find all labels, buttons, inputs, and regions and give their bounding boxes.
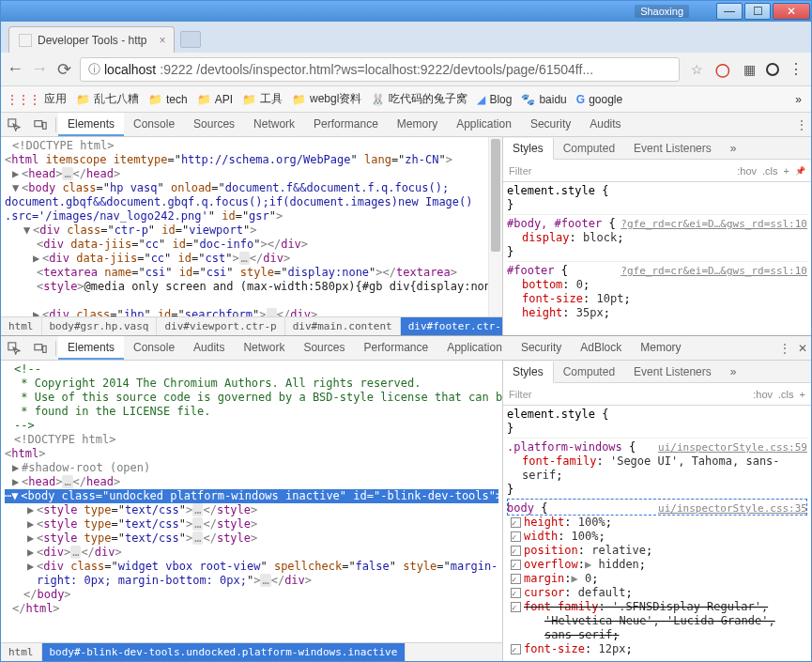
cls-toggle[interactable]: .cls: [778, 389, 794, 400]
tab-sources[interactable]: Sources: [294, 336, 354, 360]
devtools-menu-icon[interactable]: ⋮: [779, 342, 790, 355]
tab-console[interactable]: Console: [124, 336, 184, 360]
elements-tree-top[interactable]: <!DOCTYPE html> <html itemscope itemtype…: [1, 137, 502, 316]
expand-icon[interactable]: ▶: [27, 531, 37, 546]
tab-performance[interactable]: Performance: [354, 336, 437, 360]
crumb-active[interactable]: div#footer.ctr-p: [401, 317, 502, 335]
extension-icon-3[interactable]: [766, 63, 779, 76]
chrome-menu-button[interactable]: ⋮: [787, 60, 805, 79]
bookmarks-overflow-icon[interactable]: »: [795, 93, 805, 106]
tab-audits[interactable]: Audits: [580, 113, 630, 136]
property-checkbox[interactable]: [511, 546, 521, 556]
filter-input[interactable]: Filter: [509, 389, 531, 400]
omnibox[interactable]: ⓘ localhost:9222/devtools/inspector.html…: [80, 57, 680, 82]
tab-memory[interactable]: Memory: [388, 113, 447, 136]
device-toolbar-button[interactable]: [27, 118, 54, 131]
hov-toggle[interactable]: :hov: [753, 389, 773, 400]
expand-icon[interactable]: ▶: [27, 560, 37, 574]
sidetab-listeners[interactable]: Event Listeners: [624, 361, 721, 382]
elements-tree-bottom[interactable]: <!-- * Copyright 2014 The Chromium Autho…: [1, 361, 502, 642]
expand-icon[interactable]: ▶: [12, 461, 22, 475]
pin-icon[interactable]: 📌: [795, 166, 805, 176]
reload-button[interactable]: ⟳: [55, 59, 72, 80]
crumb-active[interactable]: body#-blink-dev-tools.undocked.platform-…: [42, 643, 406, 661]
tab-security[interactable]: Security: [521, 113, 580, 136]
sidetab-computed[interactable]: Computed: [554, 361, 624, 382]
devtools-menu-icon[interactable]: ⋮: [796, 118, 807, 131]
sidetab-listeners[interactable]: Event Listeners: [624, 137, 721, 159]
filter-input[interactable]: Filter: [509, 165, 531, 177]
scrollbar[interactable]: [488, 137, 502, 316]
expand-icon[interactable]: ▶: [12, 475, 22, 489]
property-checkbox[interactable]: [511, 531, 521, 542]
tab-memory[interactable]: Memory: [631, 336, 690, 360]
tab-elements[interactable]: Elements: [58, 336, 124, 360]
bookmark-folder[interactable]: 📁API: [197, 93, 233, 106]
bookmark-star-icon[interactable]: ☆: [687, 60, 706, 79]
hov-toggle[interactable]: :hov: [737, 165, 757, 177]
devtools-close-icon[interactable]: ✕: [798, 342, 807, 355]
close-button[interactable]: ✕: [773, 3, 810, 20]
forward-button[interactable]: →: [31, 59, 48, 79]
tab-network[interactable]: Network: [244, 113, 304, 136]
source-link[interactable]: ui/inspectorStyle.css:35: [658, 501, 807, 516]
sidetab-computed[interactable]: Computed: [554, 137, 624, 159]
new-rule-icon[interactable]: +: [784, 165, 789, 177]
expand-icon[interactable]: ▶: [27, 546, 37, 560]
maximize-button[interactable]: ☐: [744, 3, 771, 20]
tab-application[interactable]: Application: [447, 113, 521, 136]
bookmark-folder[interactable]: 📁webgl资料: [292, 91, 361, 107]
new-tab-button[interactable]: [180, 31, 201, 48]
minimize-button[interactable]: —: [716, 3, 743, 20]
inspect-element-button[interactable]: [1, 342, 27, 355]
collapse-icon[interactable]: ▼: [12, 181, 22, 195]
property-checkbox[interactable]: [511, 517, 521, 528]
sidetab-styles[interactable]: Styles: [503, 362, 554, 383]
selected-node[interactable]: ⋯▼<body class="undocked platform-windows…: [5, 489, 498, 503]
collapse-icon[interactable]: ▼: [11, 489, 21, 503]
expand-icon[interactable]: ▶: [27, 503, 37, 517]
styles-content-top[interactable]: element.style { } #body, #footer {?gfe_r…: [503, 182, 811, 335]
bookmark-folder[interactable]: 📁乱七八糟: [76, 91, 139, 107]
sidetab-more-icon[interactable]: »: [721, 361, 746, 382]
tab-sources[interactable]: Sources: [184, 113, 244, 136]
expand-icon[interactable]: ▶: [12, 167, 22, 181]
bookmark-folder[interactable]: 📁工具: [242, 91, 283, 107]
bookmark-link[interactable]: 🐾baidu: [521, 93, 566, 106]
crumb[interactable]: div#main.content: [285, 317, 401, 335]
source-link[interactable]: ?gfe_rd=cr&ei=D…&gws_rd=ssl:10: [620, 217, 807, 231]
crumb[interactable]: html: [1, 317, 42, 335]
expand-icon[interactable]: ▶: [33, 252, 42, 266]
bookmark-link[interactable]: 🐰吃代码的兔子窝: [371, 91, 467, 107]
site-info-icon[interactable]: ⓘ: [88, 61, 100, 78]
tab-security[interactable]: Security: [512, 336, 571, 360]
crumb[interactable]: body#gsr.hp.vasq: [42, 317, 158, 335]
tab-elements[interactable]: Elements: [58, 113, 124, 136]
bookmark-link[interactable]: ◢Blog: [477, 93, 512, 106]
property-checkbox[interactable]: [511, 574, 521, 584]
crumb[interactable]: html: [1, 643, 42, 661]
property-checkbox[interactable]: [511, 602, 521, 612]
bookmark-folder[interactable]: 📁tech: [148, 93, 188, 106]
source-link[interactable]: ui/inspectorStyle.css:59: [658, 440, 807, 454]
browser-tab[interactable]: Developer Tools - http ×: [8, 26, 175, 53]
back-button[interactable]: ←: [7, 59, 23, 79]
tab-application[interactable]: Application: [437, 336, 512, 360]
tab-network[interactable]: Network: [234, 336, 294, 360]
tab-performance[interactable]: Performance: [304, 113, 388, 136]
extension-icon-1[interactable]: ◯: [713, 60, 732, 79]
sidetab-more-icon[interactable]: »: [721, 137, 746, 159]
crumb[interactable]: div#viewport.ctr-p: [157, 317, 284, 335]
tab-adblock[interactable]: AdBlock: [571, 336, 631, 360]
apps-shortcut[interactable]: ⋮⋮⋮应用: [7, 91, 67, 107]
property-checkbox[interactable]: [511, 588, 521, 598]
new-rule-icon[interactable]: +: [800, 389, 805, 400]
extension-icon-2[interactable]: ▦: [740, 60, 758, 79]
styles-content-bottom[interactable]: element.style { } .platform-windows {ui/…: [503, 406, 811, 661]
bookmark-link[interactable]: Ggoogle: [576, 93, 622, 106]
expand-icon[interactable]: ▶: [33, 308, 42, 316]
inspect-element-button[interactable]: [1, 118, 27, 131]
tab-console[interactable]: Console: [124, 113, 184, 136]
tab-audits[interactable]: Audits: [184, 336, 234, 360]
device-toolbar-button[interactable]: [27, 342, 54, 355]
